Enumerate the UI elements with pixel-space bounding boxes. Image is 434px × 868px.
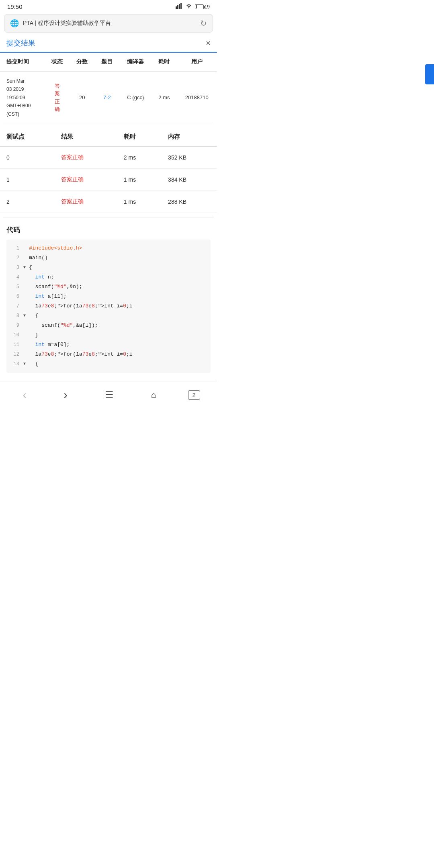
line-code: 1a73e8;">for(1a73e8;">int i=0;i xyxy=(29,350,211,359)
td-user: 20188710 xyxy=(176,72,217,124)
line-number: 13 xyxy=(6,360,23,368)
bottom-nav: ‹ › ☰ ⌂ 2 xyxy=(0,381,217,411)
td-tp-id: 2 xyxy=(0,190,55,213)
close-button[interactable]: × xyxy=(206,39,211,48)
line-code: { xyxy=(29,360,211,368)
td-tp-mem: 352 KB xyxy=(162,146,217,168)
th-compiler: 编译器 xyxy=(119,53,151,72)
back-button[interactable]: ‹ xyxy=(17,387,32,403)
line-code: scanf("%d",&n); xyxy=(29,283,211,291)
td-tp-result: 答案正确 xyxy=(55,190,117,213)
testpoint-row: 1 答案正确 1 ms 384 KB xyxy=(0,168,217,190)
line-code: { xyxy=(29,263,211,272)
status-correct: 答 案 正 确 xyxy=(55,83,60,113)
td-submit-time: Sun Mar03 201919:50:09GMT+0800(CST) xyxy=(0,72,45,124)
th-tp-time: 耗时 xyxy=(117,127,162,147)
td-tp-result: 答案正确 xyxy=(55,168,117,190)
th-testpoint: 测试点 xyxy=(0,127,55,147)
td-tp-mem: 288 KB xyxy=(162,190,217,213)
status-right: 19 xyxy=(176,3,210,10)
td-problem: 7-2 xyxy=(94,72,119,124)
page-header: 提交结果 × xyxy=(0,33,217,53)
code-line: 4 int n; xyxy=(6,272,211,282)
svg-point-4 xyxy=(188,7,189,8)
td-tp-id: 1 xyxy=(0,168,55,190)
problem-link[interactable]: 7-2 xyxy=(103,94,111,100)
svg-rect-3 xyxy=(180,3,182,9)
code-line: 2main() xyxy=(6,253,211,263)
td-tp-time: 1 ms xyxy=(117,168,162,190)
th-submit-time: 提交时间 xyxy=(0,53,45,72)
code-title: 代码 xyxy=(6,225,211,235)
code-block: 1#include<stdio.h>2main()3▼{4 int n;5 sc… xyxy=(6,240,211,373)
line-number: 11 xyxy=(6,340,23,349)
code-line: 8▼ { xyxy=(6,311,211,321)
divider-1 xyxy=(3,124,214,124)
td-tp-time: 1 ms xyxy=(117,190,162,213)
submission-section: 提交时间 状态 分数 题目 编译器 耗时 用户 Sun Mar03 201919… xyxy=(0,53,217,377)
line-number: 4 xyxy=(6,273,23,282)
td-compiler: C (gcc) xyxy=(119,72,151,124)
th-time: 耗时 xyxy=(151,53,176,72)
line-code: main() xyxy=(29,254,211,262)
submission-row: Sun Mar03 201919:50:09GMT+0800(CST) 答 案 … xyxy=(0,72,217,124)
td-tp-time: 2 ms xyxy=(117,146,162,168)
testpoint-row: 0 答案正确 2 ms 352 KB xyxy=(0,146,217,168)
td-tp-mem: 384 KB xyxy=(162,168,217,190)
line-code: int a[11]; xyxy=(29,292,211,301)
browser-bar[interactable]: 🌐 PTA | 程序设计类实验辅助教学平台 ↻ xyxy=(4,14,213,33)
code-line: 6 int a[11]; xyxy=(6,292,211,301)
svg-rect-0 xyxy=(176,6,177,9)
line-code: scanf("%d",&a[i]); xyxy=(29,321,211,330)
line-number: 3 xyxy=(6,263,23,272)
code-line: 9 scanf("%d",&a[i]); xyxy=(6,321,211,330)
line-number: 8 xyxy=(6,311,23,320)
code-section: 代码 1#include<stdio.h>2main()3▼{4 int n;5… xyxy=(0,217,217,377)
line-number: 9 xyxy=(6,321,23,330)
line-number: 1 xyxy=(6,244,23,253)
line-number: 10 xyxy=(6,331,23,340)
line-code: int n; xyxy=(29,273,211,282)
tabs-button[interactable]: 2 xyxy=(188,390,200,400)
status-bar: 19:50 19 xyxy=(0,0,217,12)
code-line: 7 1a73e8;">for(1a73e8;">int i=0;i xyxy=(6,301,211,311)
line-arrow: ▼ xyxy=(23,311,29,320)
th-status: 状态 xyxy=(45,53,70,72)
th-problem: 题目 xyxy=(94,53,119,72)
td-score: 20 xyxy=(70,72,94,124)
line-arrow: ▼ xyxy=(23,263,29,272)
code-line: 12 1a73e8;">for(1a73e8;">int i=0;i xyxy=(6,350,211,359)
th-memory: 内存 xyxy=(162,127,217,147)
line-code: } xyxy=(29,331,211,340)
line-number: 12 xyxy=(6,350,23,359)
home-button[interactable]: ⌂ xyxy=(145,388,162,402)
line-number: 5 xyxy=(6,283,23,291)
code-line: 1#include<stdio.h> xyxy=(6,244,211,253)
td-time-used: 2 ms xyxy=(151,72,176,124)
code-line: 10 } xyxy=(6,330,211,340)
url-text: PTA | 程序设计类实验辅助教学平台 xyxy=(23,20,196,27)
wifi-icon xyxy=(185,3,192,10)
reload-icon[interactable]: ↻ xyxy=(200,18,207,28)
th-result: 结果 xyxy=(55,127,117,147)
menu-button[interactable]: ☰ xyxy=(99,388,119,402)
line-number: 7 xyxy=(6,302,23,311)
code-line: 5 scanf("%d",&n); xyxy=(6,282,211,292)
code-line: 3▼{ xyxy=(6,263,211,272)
forward-button[interactable]: › xyxy=(58,387,73,403)
page-title: 提交结果 xyxy=(6,38,35,48)
code-line: 11 int m=a[0]; xyxy=(6,340,211,350)
line-code: #include<stdio.h> xyxy=(29,244,211,253)
line-number: 6 xyxy=(6,292,23,301)
line-code: { xyxy=(29,311,211,320)
battery-icon: 19 xyxy=(195,4,210,10)
th-score: 分数 xyxy=(70,53,94,72)
line-code: 1a73e8;">for(1a73e8;">int i=0;i xyxy=(29,302,211,311)
svg-rect-1 xyxy=(177,5,178,9)
th-user: 用户 xyxy=(176,53,217,72)
testpoint-table: 测试点 结果 耗时 内存 0 答案正确 2 ms 352 KB 1 答案正确 1… xyxy=(0,127,217,213)
td-status: 答 案 正 确 xyxy=(45,72,70,124)
submission-table: 提交时间 状态 分数 题目 编译器 耗时 用户 Sun Mar03 201919… xyxy=(0,53,217,124)
signal-icon xyxy=(176,3,183,10)
td-tp-id: 0 xyxy=(0,146,55,168)
